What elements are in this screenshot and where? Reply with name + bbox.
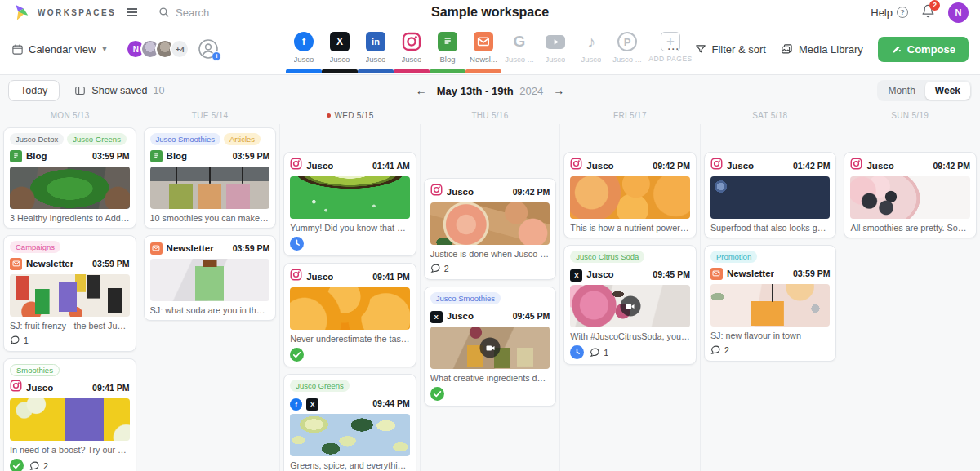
day-column[interactable]: Jusco SmoothiesArticlesBlog03:59 PM10 sm… — [140, 124, 281, 471]
post-image[interactable] — [290, 287, 410, 330]
today-button[interactable]: Today — [8, 80, 60, 101]
workspaces-label[interactable]: WORKSPACES — [38, 8, 116, 17]
post-image[interactable] — [290, 176, 410, 219]
post-card[interactable]: Jusco09:42 PMJustice is done when Jusco … — [424, 178, 557, 280]
post-card[interactable]: Jusco09:42 PMThis is how a nutrient powe… — [564, 152, 697, 238]
channel-tab-x[interactable]: XJusco — [322, 24, 358, 73]
view-picker[interactable]: Calendar view ▼ — [11, 43, 108, 56]
label-chip: Promotion — [710, 251, 757, 263]
notification-badge: 2 — [929, 0, 940, 11]
channel-tab-pinterest[interactable]: PJusco ... — [609, 24, 645, 73]
instagram-icon — [570, 158, 582, 173]
media-library-icon — [781, 43, 793, 56]
post-image[interactable] — [10, 167, 130, 209]
compose-button[interactable]: Compose — [878, 37, 969, 62]
channel-tab-youtube[interactable]: Jusco — [537, 24, 573, 73]
channel-label: Jusco — [546, 55, 566, 64]
search-input[interactable]: Search — [158, 7, 209, 19]
help-button[interactable]: Help ? — [871, 7, 908, 19]
channel-tab-newsletter[interactable]: Newsl... — [466, 24, 501, 73]
filter-sort-button[interactable]: Filter & sort — [695, 43, 766, 56]
post-card[interactable]: Jusco09:42 PMAll smoothies are pretty. S… — [844, 152, 977, 238]
comment-count[interactable]: 2 — [430, 263, 449, 274]
workspaces-menu-icon[interactable] — [127, 8, 137, 16]
video-badge — [480, 338, 501, 358]
search-placeholder: Search — [176, 7, 209, 19]
addpages-icon: + — [661, 32, 680, 51]
channel-tab-tiktok[interactable]: ♪Jusco — [573, 24, 609, 73]
post-image[interactable] — [10, 274, 130, 317]
post-time: 09:42 PM — [933, 161, 971, 171]
channel-tab-google[interactable]: GJusco ... — [501, 24, 537, 73]
channel-tab-instagram[interactable]: Jusco — [394, 24, 430, 73]
post-image[interactable] — [290, 414, 410, 456]
page-title: Sample workspace — [0, 5, 980, 20]
post-caption: In need of a boost? Try our delicious gr… — [10, 445, 130, 455]
user-avatar[interactable]: N — [948, 2, 969, 23]
extra-members-count[interactable]: +4 — [170, 39, 189, 59]
post-image[interactable] — [710, 284, 831, 327]
post-card[interactable]: Jusco SmoothiesXJusco09:45 PMWhat creati… — [424, 287, 557, 407]
notifications-button[interactable]: 2 — [921, 4, 935, 21]
channel-tab-addpages[interactable]: +ADD PAGES — [645, 24, 696, 73]
comment-count[interactable]: 1 — [590, 347, 608, 358]
channel-tab-facebook[interactable]: fJusco — [286, 24, 322, 73]
prev-week-button[interactable]: ← — [416, 84, 427, 97]
video-camera-icon — [626, 301, 635, 311]
week-view-button[interactable]: Week — [925, 82, 970, 100]
post-card[interactable]: SmoothiesJusco09:41 PMIn need of a boost… — [3, 358, 136, 471]
post-card[interactable]: PromotionNewsletter03:59 PMSJ: new flavo… — [704, 245, 837, 362]
post-card[interactable]: CampaignsNewsletter03:59 PMSJ: fruit fre… — [3, 235, 136, 352]
comment-count[interactable]: 1 — [10, 335, 29, 346]
post-image[interactable] — [850, 176, 970, 219]
post-card[interactable]: Jusco DetoxJusco GreensBlog03:59 PM3 Hea… — [3, 127, 136, 229]
channel-label: Jusco ... — [505, 55, 533, 64]
day-label: SUN 5/19 — [891, 111, 929, 120]
post-card[interactable]: Newsletter03:59 PMSJ: what soda are you … — [144, 235, 277, 321]
show-saved-toggle[interactable]: Show saved 10 — [74, 85, 164, 96]
label-chip: Smoothies — [10, 364, 60, 376]
day-column[interactable]: Jusco01:41 AMYummy! Did you know that ki… — [280, 124, 421, 471]
channel-tabs: fJuscoXJuscoinJuscoJuscoBlogNewsl...GJus… — [286, 24, 696, 73]
next-week-button[interactable]: → — [553, 84, 564, 97]
channel-tab-blog[interactable]: Blog — [430, 24, 466, 73]
post-card[interactable]: Jusco GreensfX09:44 PMGreens, spice, and… — [283, 374, 416, 471]
post-card[interactable]: Jusco01:41 AMYummy! Did you know that ki… — [283, 152, 416, 256]
day-column[interactable]: Jusco01:42 PMSuperfood that also looks g… — [701, 124, 841, 471]
label-chip: Articles — [224, 133, 261, 145]
post-image[interactable] — [430, 202, 550, 245]
post-image[interactable] — [150, 259, 270, 301]
date-range: May 13th - 19th — [437, 85, 514, 97]
instagram-icon — [290, 158, 302, 173]
day-column[interactable]: Jusco09:42 PMJustice is done when Jusco … — [421, 124, 561, 471]
post-time: 09:44 PM — [372, 398, 410, 408]
add-member-button[interactable]: + — [198, 38, 219, 60]
day-column[interactable]: Jusco09:42 PMThis is how a nutrient powe… — [560, 124, 701, 471]
comment-count[interactable]: 2 — [710, 344, 729, 356]
post-image[interactable] — [150, 167, 270, 209]
post-card[interactable]: Jusco09:41 PMNever underestimate the tas… — [283, 263, 416, 367]
channel-label: ADD PAGES — [648, 55, 692, 63]
day-column[interactable]: Jusco09:42 PMAll smoothies are pretty. S… — [840, 124, 980, 471]
blog-icon — [10, 149, 22, 163]
comment-count[interactable]: 2 — [29, 460, 48, 471]
media-library-button[interactable]: Media Library — [781, 43, 863, 56]
post-image[interactable] — [710, 176, 831, 219]
day-column[interactable]: Jusco DetoxJusco GreensBlog03:59 PM3 Hea… — [0, 124, 140, 471]
post-image[interactable] — [430, 327, 550, 369]
linkedin-icon: in — [366, 32, 385, 51]
comment-icon — [10, 335, 21, 346]
month-view-button[interactable]: Month — [879, 82, 925, 100]
post-image[interactable] — [570, 285, 690, 327]
post-time: 03:59 PM — [92, 151, 130, 161]
channel-tab-linkedin[interactable]: inJusco — [358, 24, 394, 73]
post-image[interactable] — [570, 176, 690, 219]
post-card[interactable]: Jusco SmoothiesArticlesBlog03:59 PM10 sm… — [144, 127, 277, 229]
post-card[interactable]: Jusco01:42 PMSuperfood that also looks g… — [704, 152, 837, 238]
x-icon: X — [306, 395, 318, 411]
account-name: Jusco — [306, 272, 333, 282]
post-image[interactable] — [10, 398, 130, 441]
post-card[interactable]: Jusco Citrus SodaXJusco09:45 PMWith #Jus… — [564, 245, 697, 365]
filter-icon — [695, 43, 706, 55]
day-labels-row: MON 5/13TUE 5/14WED 5/15THU 5/16FRI 5/17… — [0, 106, 980, 124]
